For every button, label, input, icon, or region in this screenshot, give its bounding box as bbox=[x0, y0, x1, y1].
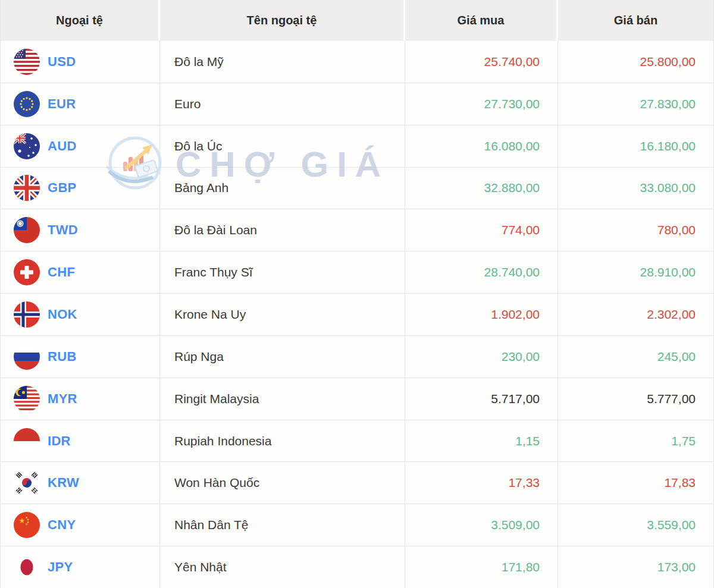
currency-name: Đô la Úc bbox=[160, 125, 405, 167]
currency-name: Nhân Dân Tệ bbox=[160, 504, 405, 546]
buy-price: 16.080,00 bbox=[405, 125, 558, 167]
currency-cell: USD bbox=[1, 41, 160, 83]
sell-price: 5.777,00 bbox=[558, 378, 713, 420]
gbp-flag-icon bbox=[14, 175, 40, 201]
buy-price: 230,00 bbox=[405, 336, 558, 378]
currency-code-link[interactable]: MYR bbox=[48, 391, 77, 407]
sell-price: 16.180,00 bbox=[558, 125, 713, 167]
header-currency-name: Tên ngoại tệ bbox=[160, 0, 405, 40]
currency-code-link[interactable]: KRW bbox=[48, 475, 79, 490]
buy-price: 32.880,00 bbox=[405, 168, 558, 209]
table-row-chf: CHF Franc Thụy Sĩ 28.740,00 28.910,00 bbox=[1, 251, 713, 293]
buy-price: 774,00 bbox=[405, 209, 558, 251]
table-row-idr: IDR Rupiah Indonesia 1,15 1,75 bbox=[1, 420, 713, 462]
currency-cell: CNY bbox=[1, 504, 160, 546]
buy-price: 25.740,00 bbox=[405, 41, 558, 83]
currency-name: Franc Thụy Sĩ bbox=[160, 251, 405, 293]
table-header: Ngoại tệ Tên ngoại tệ Giá mua Giá bán bbox=[1, 0, 713, 40]
currency-code-link[interactable]: EUR bbox=[48, 96, 76, 112]
currency-cell: EUR bbox=[1, 83, 160, 125]
twd-flag-icon bbox=[14, 217, 40, 243]
currency-code-link[interactable]: CNY bbox=[48, 517, 76, 533]
header-buy-price: Giá mua bbox=[405, 0, 558, 40]
nok-flag-icon bbox=[14, 301, 40, 328]
table-row-nok: NOK Krone Na Uy 1.902,00 2.302,00 bbox=[1, 293, 713, 335]
currency-name: Won Hàn Quốc bbox=[160, 462, 405, 504]
jpy-flag-icon bbox=[14, 554, 40, 580]
currency-name: Đô la Mỹ bbox=[160, 41, 405, 83]
currency-code-link[interactable]: GBP bbox=[48, 180, 77, 196]
sell-price: 245,00 bbox=[558, 336, 713, 378]
table-row-gbp: GBP Bảng Anh 32.880,00 33.080,00 bbox=[1, 167, 713, 209]
currency-cell: IDR bbox=[1, 420, 160, 462]
table-row-myr: MYR Ringit Malaysia 5.717,00 5.777,00 bbox=[1, 378, 713, 420]
currency-cell: AUD bbox=[1, 125, 160, 167]
currency-name: Yên Nhật bbox=[160, 546, 405, 588]
buy-price: 3.509,00 bbox=[405, 504, 558, 546]
table-row-twd: TWD Đô la Đài Loan 774,00 780,00 bbox=[1, 209, 713, 251]
krw-flag-icon bbox=[14, 470, 40, 496]
sell-price: 27.830,00 bbox=[558, 83, 713, 125]
table-row-krw: KRW Won Hàn Quốc 17,33 17,83 bbox=[1, 461, 713, 504]
currency-name: Rupiah Indonesia bbox=[160, 420, 405, 462]
table-row-cny: CNY Nhân Dân Tệ 3.509,00 3.559,00 bbox=[1, 504, 713, 546]
currency-name: Bảng Anh bbox=[160, 168, 405, 209]
table-row-rub: RUB Rúp Nga 230,00 245,00 bbox=[1, 335, 713, 378]
currency-name: Euro bbox=[160, 83, 405, 125]
sell-price: 25.800,00 bbox=[558, 41, 713, 83]
buy-price: 27.730,00 bbox=[405, 83, 558, 125]
cny-flag-icon bbox=[14, 512, 40, 538]
currency-cell: CHF bbox=[1, 251, 160, 293]
currency-cell: MYR bbox=[1, 378, 160, 420]
currency-name: Đô la Đài Loan bbox=[160, 209, 405, 251]
sell-price: 2.302,00 bbox=[558, 294, 713, 335]
currency-code-link[interactable]: CHF bbox=[48, 265, 75, 280]
table-row-usd: USD Đô la Mỹ 25.740,00 25.800,00 bbox=[1, 40, 713, 83]
sell-price: 1,75 bbox=[558, 420, 713, 462]
myr-flag-icon bbox=[14, 386, 40, 412]
buy-price: 1.902,00 bbox=[405, 294, 558, 335]
currency-cell: GBP bbox=[1, 168, 160, 209]
buy-price: 5.717,00 bbox=[405, 378, 558, 420]
currency-name: Rúp Nga bbox=[160, 336, 405, 378]
exchange-rate-table: Ngoại tệ Tên ngoại tệ Giá mua Giá bán US… bbox=[0, 0, 714, 588]
currency-code-link[interactable]: AUD bbox=[48, 139, 77, 154]
currency-code-link[interactable]: USD bbox=[48, 54, 76, 70]
eur-flag-icon bbox=[14, 91, 40, 117]
currency-code-link[interactable]: RUB bbox=[48, 349, 77, 364]
sell-price: 173,00 bbox=[558, 546, 713, 588]
currency-cell: RUB bbox=[1, 336, 160, 378]
rub-flag-icon bbox=[14, 344, 40, 370]
chf-flag-icon bbox=[14, 259, 40, 285]
sell-price: 28.910,00 bbox=[558, 251, 713, 293]
sell-price: 33.080,00 bbox=[558, 168, 713, 209]
buy-price: 171,80 bbox=[405, 546, 558, 588]
currency-name: Ringit Malaysia bbox=[160, 378, 405, 420]
buy-price: 1,15 bbox=[405, 420, 558, 462]
table-row-eur: EUR Euro 27.730,00 27.830,00 bbox=[1, 83, 713, 125]
buy-price: 17,33 bbox=[405, 462, 558, 504]
usd-flag-icon bbox=[14, 49, 40, 75]
buy-price: 28.740,00 bbox=[405, 251, 558, 293]
sell-price: 3.559,00 bbox=[558, 504, 713, 546]
currency-code-link[interactable]: TWD bbox=[48, 222, 78, 238]
currency-code-link[interactable]: IDR bbox=[48, 433, 71, 449]
currency-code-link[interactable]: NOK bbox=[48, 307, 77, 322]
header-currency: Ngoại tệ bbox=[1, 0, 160, 40]
aud-flag-icon bbox=[14, 133, 40, 159]
sell-price: 780,00 bbox=[558, 209, 713, 251]
currency-cell: JPY bbox=[1, 546, 160, 588]
sell-price: 17,83 bbox=[558, 462, 713, 504]
currency-cell: KRW bbox=[1, 462, 160, 504]
header-sell-price: Giá bán bbox=[558, 0, 713, 40]
currency-cell: TWD bbox=[1, 209, 160, 251]
idr-flag-icon bbox=[14, 428, 40, 454]
table-row-aud: AUD Đô la Úc 16.080,00 16.180,00 bbox=[1, 125, 713, 167]
table-body: USD Đô la Mỹ 25.740,00 25.800,00 EUR Eur… bbox=[1, 40, 713, 588]
currency-name: Krone Na Uy bbox=[160, 294, 405, 335]
currency-cell: NOK bbox=[1, 294, 160, 335]
currency-code-link[interactable]: JPY bbox=[48, 559, 73, 575]
table-row-jpy: JPY Yên Nhật 171,80 173,00 bbox=[1, 546, 713, 588]
